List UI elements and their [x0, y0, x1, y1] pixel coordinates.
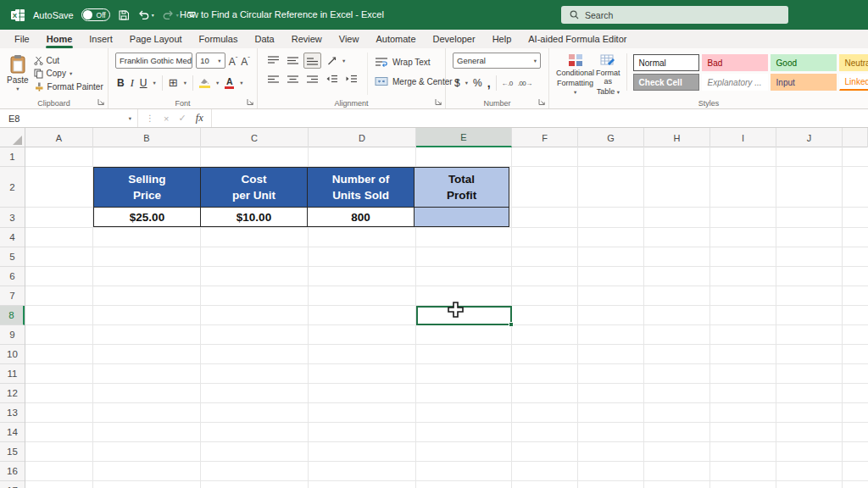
column-header-b[interactable]: B: [93, 128, 201, 147]
name-box[interactable]: E8 ▾: [0, 109, 138, 127]
orientation-dropdown-chevron-icon[interactable]: ▾: [342, 58, 345, 64]
row-header-7[interactable]: 7: [0, 286, 25, 306]
row-header-6[interactable]: 6: [0, 267, 25, 286]
table-header-selling-price[interactable]: SellingPrice: [93, 167, 201, 208]
top-align-button[interactable]: [264, 53, 282, 69]
table-header-cost-per-unit[interactable]: Costper Unit: [200, 167, 308, 208]
borders-dropdown-chevron-icon[interactable]: ▾: [184, 80, 186, 86]
table-value-cell-0[interactable]: $25.00: [93, 207, 201, 227]
column-header-d[interactable]: D: [309, 128, 416, 147]
row-header-5[interactable]: 5: [0, 247, 25, 267]
undo-dropdown-chevron-icon[interactable]: ▾: [152, 12, 154, 18]
conditional-formatting-button[interactable]: Conditional Formatting ▾: [556, 53, 594, 97]
tab-file[interactable]: File: [6, 30, 38, 48]
copy-button[interactable]: Copy ▾: [34, 67, 103, 80]
number-format-combo[interactable]: General ▾: [453, 53, 541, 69]
column-header-i[interactable]: I: [710, 128, 776, 147]
column-header-a[interactable]: A: [25, 128, 93, 147]
column-header-c[interactable]: C: [201, 128, 309, 147]
row-header-3[interactable]: 3: [0, 208, 25, 228]
row-header-9[interactable]: 9: [0, 325, 25, 345]
row-header-11[interactable]: 11: [0, 364, 25, 384]
decrease-font-size-button[interactable]: Aˇ: [241, 55, 250, 66]
cell-style-check-cell[interactable]: Check Cell: [633, 74, 699, 91]
cell-style-bad[interactable]: Bad: [702, 54, 768, 71]
redo-dropdown-chevron-icon[interactable]: ▾: [176, 12, 179, 18]
accounting-dropdown-chevron-icon[interactable]: ▾: [465, 80, 468, 86]
increase-indent-button[interactable]: [342, 71, 360, 87]
font-dialog-launcher-icon[interactable]: [247, 98, 254, 106]
cell-style-good[interactable]: Good: [771, 54, 837, 71]
row-header-15[interactable]: 15: [0, 442, 25, 462]
italic-button[interactable]: I: [131, 77, 134, 90]
redo-button[interactable]: ▾: [162, 10, 179, 20]
row-header-2[interactable]: 2: [0, 167, 25, 208]
name-box-chevron-icon[interactable]: ▾: [129, 115, 131, 122]
paste-button[interactable]: Paste ▾: [7, 53, 29, 95]
tab-view[interactable]: View: [331, 30, 368, 48]
row-header-8[interactable]: 8: [0, 306, 25, 325]
table-value-cell-2[interactable]: 800: [307, 207, 415, 227]
table-header-total-profit[interactable]: TotalProfit: [414, 167, 509, 208]
accounting-format-button[interactable]: $: [454, 77, 460, 89]
search-box[interactable]: Search: [561, 6, 788, 24]
cell-style-input[interactable]: Input: [771, 74, 837, 91]
row-header-17[interactable]: 17: [0, 481, 25, 488]
tab-automate[interactable]: Automate: [367, 30, 424, 48]
paste-dropdown-chevron-icon[interactable]: ▾: [16, 86, 19, 92]
copy-dropdown-chevron-icon[interactable]: ▾: [70, 70, 72, 77]
center-button[interactable]: [284, 71, 302, 87]
save-button[interactable]: [118, 9, 130, 21]
cell-style-neutral[interactable]: Neutral: [839, 54, 868, 71]
insert-function-button[interactable]: fx: [196, 112, 203, 125]
font-name-combo[interactable]: Franklin Gothic Med ▾: [115, 53, 192, 69]
confirm-entry-button[interactable]: ✓: [178, 113, 186, 124]
row-header-14[interactable]: 14: [0, 423, 25, 442]
clipboard-dialog-launcher-icon[interactable]: [97, 98, 105, 106]
borders-button[interactable]: ⊞: [169, 78, 178, 88]
tab-page-layout[interactable]: Page Layout: [121, 30, 191, 48]
tab-formulas[interactable]: Formulas: [191, 30, 247, 48]
tab-developer[interactable]: Developer: [425, 30, 484, 48]
cell-style-normal[interactable]: Normal: [633, 54, 699, 71]
align-left-button[interactable]: [264, 71, 282, 87]
bold-button[interactable]: B: [117, 77, 125, 89]
align-right-button[interactable]: [303, 71, 321, 87]
percent-style-button[interactable]: %: [473, 77, 482, 89]
decrease-decimal-button[interactable]: .00→: [518, 80, 532, 87]
cut-button[interactable]: Cut: [34, 54, 103, 67]
decrease-indent-button[interactable]: [323, 71, 341, 87]
middle-align-button[interactable]: [284, 53, 302, 69]
fill-color-dropdown-chevron-icon[interactable]: ▾: [216, 80, 219, 86]
table-value-cell-3[interactable]: [414, 207, 509, 227]
orientation-button[interactable]: [323, 53, 341, 69]
tab-data[interactable]: Data: [246, 30, 282, 48]
tab-insert[interactable]: Insert: [81, 30, 121, 48]
cell-style-explanatory[interactable]: Explanatory ...: [702, 74, 768, 91]
formula-input[interactable]: [212, 109, 868, 127]
fill-handle[interactable]: [509, 322, 514, 327]
autosave-toggle[interactable]: Off: [81, 8, 110, 21]
underline-button[interactable]: U: [140, 77, 147, 89]
row-header-12[interactable]: 12: [0, 384, 25, 403]
increase-font-size-button[interactable]: Aˆ: [229, 55, 238, 66]
bottom-align-button[interactable]: [303, 53, 321, 69]
column-header-j[interactable]: J: [776, 128, 843, 147]
row-header-1[interactable]: 1: [0, 147, 25, 167]
column-header-partial[interactable]: [843, 128, 868, 147]
tab-help[interactable]: Help: [484, 30, 520, 48]
select-all-corner[interactable]: [0, 128, 25, 147]
alignment-dialog-launcher-icon[interactable]: [435, 98, 442, 106]
number-dialog-launcher-icon[interactable]: [538, 98, 546, 106]
table-header-number-of-units-sold[interactable]: Number ofUnits Sold: [307, 167, 415, 208]
column-header-e[interactable]: E: [416, 128, 512, 147]
column-header-g[interactable]: G: [578, 128, 644, 147]
sheet-body[interactable]: SellingPriceCostper UnitNumber ofUnits S…: [25, 147, 868, 488]
increase-decimal-button[interactable]: ←.0: [502, 80, 513, 87]
cancel-entry-button[interactable]: ×: [164, 114, 169, 124]
undo-button[interactable]: ▾: [137, 10, 154, 20]
comma-style-button[interactable]: ,: [487, 76, 491, 90]
row-header-16[interactable]: 16: [0, 462, 25, 481]
tab-ai-aided-formula-editor[interactable]: AI-aided Formula Editor: [520, 30, 635, 48]
font-color-dropdown-chevron-icon[interactable]: ▾: [240, 80, 242, 86]
